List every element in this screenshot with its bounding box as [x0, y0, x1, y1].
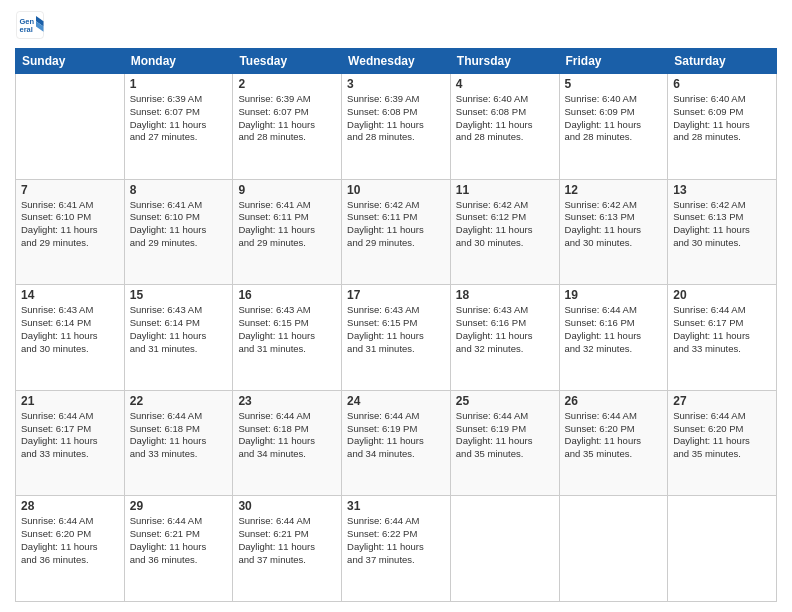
day-info: Sunrise: 6:44 AMSunset: 6:19 PMDaylight:… [456, 410, 554, 461]
header-day-thursday: Thursday [450, 49, 559, 74]
day-info: Sunrise: 6:44 AMSunset: 6:20 PMDaylight:… [565, 410, 663, 461]
day-number: 7 [21, 183, 119, 197]
day-number: 24 [347, 394, 445, 408]
day-number: 28 [21, 499, 119, 513]
day-info: Sunrise: 6:44 AMSunset: 6:16 PMDaylight:… [565, 304, 663, 355]
day-number: 31 [347, 499, 445, 513]
day-number: 11 [456, 183, 554, 197]
calendar-cell: 4Sunrise: 6:40 AMSunset: 6:08 PMDaylight… [450, 74, 559, 180]
day-info: Sunrise: 6:42 AMSunset: 6:13 PMDaylight:… [565, 199, 663, 250]
calendar-cell: 1Sunrise: 6:39 AMSunset: 6:07 PMDaylight… [124, 74, 233, 180]
calendar-cell: 31Sunrise: 6:44 AMSunset: 6:22 PMDayligh… [342, 496, 451, 602]
day-info: Sunrise: 6:44 AMSunset: 6:21 PMDaylight:… [238, 515, 336, 566]
calendar-cell: 9Sunrise: 6:41 AMSunset: 6:11 PMDaylight… [233, 179, 342, 285]
day-number: 16 [238, 288, 336, 302]
day-info: Sunrise: 6:44 AMSunset: 6:17 PMDaylight:… [21, 410, 119, 461]
day-info: Sunrise: 6:44 AMSunset: 6:21 PMDaylight:… [130, 515, 228, 566]
calendar-cell: 15Sunrise: 6:43 AMSunset: 6:14 PMDayligh… [124, 285, 233, 391]
header-day-sunday: Sunday [16, 49, 125, 74]
day-info: Sunrise: 6:43 AMSunset: 6:14 PMDaylight:… [21, 304, 119, 355]
day-info: Sunrise: 6:44 AMSunset: 6:20 PMDaylight:… [21, 515, 119, 566]
day-info: Sunrise: 6:42 AMSunset: 6:12 PMDaylight:… [456, 199, 554, 250]
day-info: Sunrise: 6:40 AMSunset: 6:09 PMDaylight:… [565, 93, 663, 144]
day-number: 9 [238, 183, 336, 197]
day-info: Sunrise: 6:39 AMSunset: 6:07 PMDaylight:… [238, 93, 336, 144]
calendar-table: SundayMondayTuesdayWednesdayThursdayFrid… [15, 48, 777, 602]
day-number: 19 [565, 288, 663, 302]
day-info: Sunrise: 6:40 AMSunset: 6:09 PMDaylight:… [673, 93, 771, 144]
header-day-wednesday: Wednesday [342, 49, 451, 74]
calendar-cell: 7Sunrise: 6:41 AMSunset: 6:10 PMDaylight… [16, 179, 125, 285]
day-info: Sunrise: 6:42 AMSunset: 6:13 PMDaylight:… [673, 199, 771, 250]
day-info: Sunrise: 6:39 AMSunset: 6:08 PMDaylight:… [347, 93, 445, 144]
day-info: Sunrise: 6:39 AMSunset: 6:07 PMDaylight:… [130, 93, 228, 144]
calendar-cell: 16Sunrise: 6:43 AMSunset: 6:15 PMDayligh… [233, 285, 342, 391]
day-info: Sunrise: 6:44 AMSunset: 6:18 PMDaylight:… [238, 410, 336, 461]
day-number: 13 [673, 183, 771, 197]
calendar-cell: 3Sunrise: 6:39 AMSunset: 6:08 PMDaylight… [342, 74, 451, 180]
logo-icon: Gen eral [15, 10, 45, 40]
day-number: 10 [347, 183, 445, 197]
day-info: Sunrise: 6:43 AMSunset: 6:15 PMDaylight:… [238, 304, 336, 355]
day-info: Sunrise: 6:43 AMSunset: 6:14 PMDaylight:… [130, 304, 228, 355]
day-number: 14 [21, 288, 119, 302]
calendar-cell: 28Sunrise: 6:44 AMSunset: 6:20 PMDayligh… [16, 496, 125, 602]
day-info: Sunrise: 6:43 AMSunset: 6:16 PMDaylight:… [456, 304, 554, 355]
header-day-tuesday: Tuesday [233, 49, 342, 74]
calendar-cell: 22Sunrise: 6:44 AMSunset: 6:18 PMDayligh… [124, 390, 233, 496]
week-row-3: 14Sunrise: 6:43 AMSunset: 6:14 PMDayligh… [16, 285, 777, 391]
day-number: 18 [456, 288, 554, 302]
calendar-cell [559, 496, 668, 602]
week-row-5: 28Sunrise: 6:44 AMSunset: 6:20 PMDayligh… [16, 496, 777, 602]
day-number: 30 [238, 499, 336, 513]
day-number: 12 [565, 183, 663, 197]
day-number: 8 [130, 183, 228, 197]
calendar-cell: 8Sunrise: 6:41 AMSunset: 6:10 PMDaylight… [124, 179, 233, 285]
calendar-cell: 20Sunrise: 6:44 AMSunset: 6:17 PMDayligh… [668, 285, 777, 391]
calendar-cell: 10Sunrise: 6:42 AMSunset: 6:11 PMDayligh… [342, 179, 451, 285]
header-day-saturday: Saturday [668, 49, 777, 74]
day-info: Sunrise: 6:44 AMSunset: 6:22 PMDaylight:… [347, 515, 445, 566]
day-number: 22 [130, 394, 228, 408]
day-info: Sunrise: 6:43 AMSunset: 6:15 PMDaylight:… [347, 304, 445, 355]
day-number: 1 [130, 77, 228, 91]
calendar-cell: 2Sunrise: 6:39 AMSunset: 6:07 PMDaylight… [233, 74, 342, 180]
calendar-cell: 6Sunrise: 6:40 AMSunset: 6:09 PMDaylight… [668, 74, 777, 180]
calendar-cell: 12Sunrise: 6:42 AMSunset: 6:13 PMDayligh… [559, 179, 668, 285]
calendar-cell: 24Sunrise: 6:44 AMSunset: 6:19 PMDayligh… [342, 390, 451, 496]
day-info: Sunrise: 6:42 AMSunset: 6:11 PMDaylight:… [347, 199, 445, 250]
day-info: Sunrise: 6:44 AMSunset: 6:17 PMDaylight:… [673, 304, 771, 355]
calendar-cell: 23Sunrise: 6:44 AMSunset: 6:18 PMDayligh… [233, 390, 342, 496]
week-row-2: 7Sunrise: 6:41 AMSunset: 6:10 PMDaylight… [16, 179, 777, 285]
day-info: Sunrise: 6:41 AMSunset: 6:11 PMDaylight:… [238, 199, 336, 250]
day-info: Sunrise: 6:41 AMSunset: 6:10 PMDaylight:… [130, 199, 228, 250]
calendar-cell: 13Sunrise: 6:42 AMSunset: 6:13 PMDayligh… [668, 179, 777, 285]
day-number: 17 [347, 288, 445, 302]
calendar-cell: 25Sunrise: 6:44 AMSunset: 6:19 PMDayligh… [450, 390, 559, 496]
page: Gen eral SundayMondayTuesdayWednesdayThu… [0, 0, 792, 612]
week-row-4: 21Sunrise: 6:44 AMSunset: 6:17 PMDayligh… [16, 390, 777, 496]
calendar-header: SundayMondayTuesdayWednesdayThursdayFrid… [16, 49, 777, 74]
day-number: 6 [673, 77, 771, 91]
day-number: 5 [565, 77, 663, 91]
day-info: Sunrise: 6:44 AMSunset: 6:18 PMDaylight:… [130, 410, 228, 461]
day-number: 27 [673, 394, 771, 408]
day-info: Sunrise: 6:44 AMSunset: 6:20 PMDaylight:… [673, 410, 771, 461]
day-number: 3 [347, 77, 445, 91]
header-row: SundayMondayTuesdayWednesdayThursdayFrid… [16, 49, 777, 74]
calendar-cell: 30Sunrise: 6:44 AMSunset: 6:21 PMDayligh… [233, 496, 342, 602]
calendar-body: 1Sunrise: 6:39 AMSunset: 6:07 PMDaylight… [16, 74, 777, 602]
header-day-friday: Friday [559, 49, 668, 74]
calendar-cell [16, 74, 125, 180]
day-number: 4 [456, 77, 554, 91]
calendar-cell: 5Sunrise: 6:40 AMSunset: 6:09 PMDaylight… [559, 74, 668, 180]
calendar-cell: 26Sunrise: 6:44 AMSunset: 6:20 PMDayligh… [559, 390, 668, 496]
calendar-cell [668, 496, 777, 602]
day-number: 29 [130, 499, 228, 513]
week-row-1: 1Sunrise: 6:39 AMSunset: 6:07 PMDaylight… [16, 74, 777, 180]
day-info: Sunrise: 6:44 AMSunset: 6:19 PMDaylight:… [347, 410, 445, 461]
calendar-cell: 19Sunrise: 6:44 AMSunset: 6:16 PMDayligh… [559, 285, 668, 391]
svg-text:eral: eral [20, 25, 33, 34]
calendar-cell [450, 496, 559, 602]
calendar-cell: 27Sunrise: 6:44 AMSunset: 6:20 PMDayligh… [668, 390, 777, 496]
